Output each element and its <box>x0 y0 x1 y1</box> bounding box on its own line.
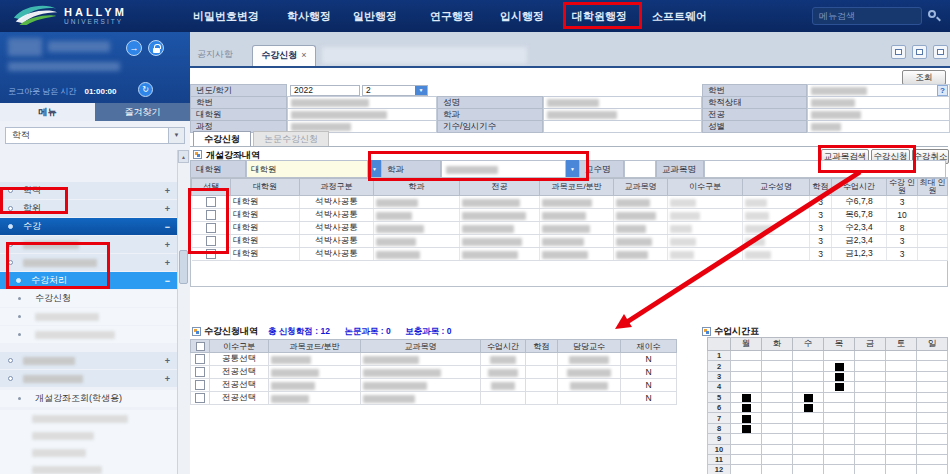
timetable-cell <box>886 434 917 444</box>
timetable-filled-block <box>742 425 751 433</box>
tree-item-sugang[interactable]: 수강− <box>0 218 177 235</box>
timetable-cell <box>762 434 793 444</box>
close-icon[interactable]: × <box>301 50 306 60</box>
col-course-code: 과목코드/분반 <box>269 340 361 353</box>
course-row[interactable]: 대학원석박사공통 3수6,7,83 <box>192 196 948 209</box>
nav-research-admin[interactable]: 연구행정 <box>430 0 474 32</box>
timetable-cell <box>793 382 824 392</box>
lock-icon[interactable] <box>148 40 164 56</box>
tree-item-redacted[interactable]: + <box>0 236 177 253</box>
registered-row[interactable]: 전공선택 N <box>191 379 677 392</box>
collapse-icon[interactable]: − <box>165 222 170 232</box>
expand-icon[interactable]: + <box>165 258 170 268</box>
course-row[interactable]: 대학원석박사공통 3수2,3,48 <box>192 222 948 235</box>
tree-item-redacted[interactable] <box>0 427 177 444</box>
redacted <box>616 199 650 207</box>
course-row[interactable]: 대학원석박사공통 3금1,2,33 <box>192 248 948 261</box>
sidebar-scrollbar[interactable]: ▲ <box>177 150 189 474</box>
tree-item-redacted[interactable] <box>0 410 177 427</box>
timetable-cell <box>762 371 793 381</box>
layout-expand-icon[interactable] <box>912 45 927 59</box>
col-professor: 교수성명 <box>743 179 810 196</box>
tree-item-redacted[interactable]: + <box>0 352 177 369</box>
tree-item-redacted[interactable] <box>0 326 177 343</box>
filter-professor-input[interactable] <box>624 160 656 178</box>
help-icon[interactable]: ? <box>937 85 948 96</box>
timetable-cell <box>793 454 824 464</box>
row-checkbox[interactable] <box>206 223 216 233</box>
nav-general-admin[interactable]: 일반행정 <box>353 0 397 32</box>
row-checkbox[interactable] <box>195 367 205 377</box>
collapse-icon[interactable]: − <box>165 276 170 286</box>
timetable-cell <box>886 392 917 402</box>
sidebar-tab-favorites[interactable]: 즐겨찾기 <box>95 103 190 121</box>
nav-academic-admin[interactable]: 학사행정 <box>287 0 331 32</box>
subtab-course-registration[interactable]: 수강신청 <box>193 131 251 147</box>
col-select: 선택 <box>192 179 231 196</box>
registered-row[interactable]: 전공선택 N <box>191 366 677 379</box>
layout-collapse-icon[interactable] <box>891 45 906 59</box>
row-checkbox[interactable] <box>195 380 205 390</box>
row-checkbox[interactable] <box>206 197 216 207</box>
filter-department-input[interactable] <box>441 160 566 178</box>
filter-label-course-name: 교과목명 <box>656 160 704 178</box>
tree-item-sugang-cheori[interactable]: 수강처리− <box>0 272 177 289</box>
row-checkbox[interactable] <box>195 393 205 403</box>
row-checkbox[interactable] <box>195 354 205 364</box>
tab-notice[interactable]: 공지사항 <box>197 48 233 61</box>
expand-icon[interactable]: + <box>165 240 170 250</box>
select-all-checkbox[interactable] <box>196 342 205 351</box>
refresh-icon[interactable]: ↻ <box>138 82 153 97</box>
logout-icon[interactable]: → <box>126 40 142 56</box>
nav-admission-admin[interactable]: 입시행정 <box>500 0 544 32</box>
close-all-tabs-icon[interactable] <box>933 45 948 59</box>
expand-icon[interactable]: + <box>165 186 170 196</box>
menu-search-input[interactable] <box>812 7 922 25</box>
timetable-cell <box>855 361 886 371</box>
nav-graduate-admin[interactable]: 대학원행정 <box>572 0 627 32</box>
university-logo[interactable]: HALLYM UNIVERSITY <box>12 3 127 27</box>
tree-item-redacted[interactable] <box>0 308 177 325</box>
chevron-down-icon[interactable]: ▼ <box>566 160 579 178</box>
registered-section-title: 수강신청내역 <box>204 325 258 338</box>
tree-item-course-list-student[interactable]: 개설강좌조회(학생용) <box>0 390 177 407</box>
course-row[interactable]: 대학원석박사공통 3금2,3,43 <box>192 235 948 248</box>
registered-row[interactable]: 공통선택 N <box>191 353 677 366</box>
semester-dropdown-icon[interactable]: ▼ <box>415 86 427 95</box>
filter-course-name-input[interactable] <box>704 160 946 178</box>
tree-item-sugang-sincheong[interactable]: 수강신청 <box>0 290 177 307</box>
row-checkbox[interactable] <box>206 210 216 220</box>
timetable-cell <box>886 361 917 371</box>
section-icon <box>193 150 202 159</box>
section-icon <box>192 327 201 336</box>
nav-software[interactable]: 소프트웨어 <box>652 0 707 32</box>
scrollbar-thumb[interactable] <box>179 250 188 284</box>
subtab-thesis-registration[interactable]: 논문수강신청 <box>253 131 329 147</box>
tree-item-hakjeok[interactable]: 학적+ <box>0 182 177 199</box>
tree-item-redacted[interactable]: + <box>0 370 177 387</box>
sidebar-tab-menu[interactable]: 메뉴 <box>0 103 95 121</box>
expand-icon[interactable]: + <box>165 374 170 384</box>
chevron-down-icon[interactable]: ▼ <box>368 160 381 178</box>
tree-filter-dropdown[interactable]: 학적 ▼ <box>5 127 185 144</box>
year-input[interactable]: 2022 <box>290 85 360 96</box>
search-icon[interactable] <box>928 10 936 18</box>
registered-row[interactable]: 전공선택 N <box>191 392 677 405</box>
chevron-down-icon[interactable]: ▼ <box>168 128 184 143</box>
expand-icon[interactable]: + <box>165 356 170 366</box>
course-row[interactable]: 대학원석박사공통 3목6,7,810 <box>192 209 948 222</box>
scroll-up-icon[interactable]: ▲ <box>178 150 189 163</box>
expand-icon[interactable]: + <box>165 204 170 214</box>
timetable-cell <box>886 423 917 433</box>
filter-graduate-input[interactable]: 대학원 <box>246 160 368 178</box>
row-checkbox[interactable] <box>206 236 216 246</box>
row-checkbox[interactable] <box>206 249 216 259</box>
redacted <box>745 225 773 233</box>
tree-item-hakwi[interactable]: 학위+ <box>0 200 177 217</box>
tree-item-redacted[interactable] <box>0 444 177 461</box>
nav-password-change[interactable]: 비밀번호변경 <box>193 0 259 32</box>
query-button[interactable]: 조회 <box>902 70 946 85</box>
tab-course-registration[interactable]: 수강신청× <box>252 45 316 66</box>
tree-item-redacted[interactable]: + <box>0 254 177 271</box>
tree-item-redacted[interactable] <box>0 461 177 474</box>
